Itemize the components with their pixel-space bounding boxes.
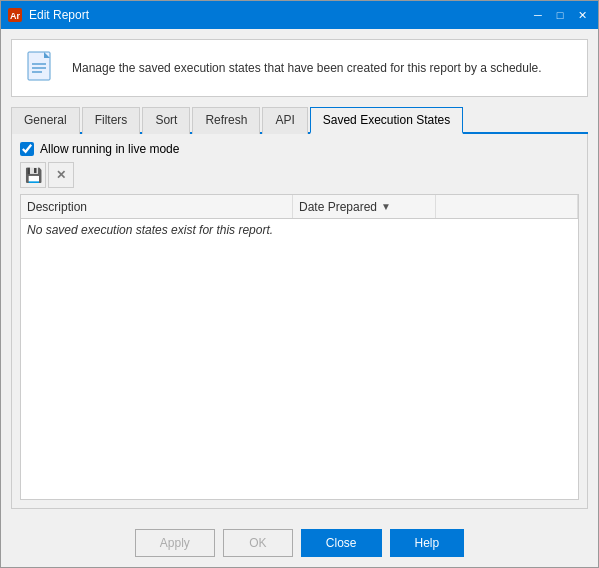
column-description: Description [21,195,293,218]
maximize-button[interactable]: □ [550,6,570,24]
save-button[interactable]: 💾 [20,162,46,188]
ok-button[interactable]: OK [223,529,293,557]
close-button[interactable]: Close [301,529,382,557]
save-icon: 💾 [25,167,42,183]
svg-text:Ar: Ar [10,11,20,21]
report-icon [22,48,62,88]
header-banner: Manage the saved execution states that h… [11,39,588,97]
close-window-button[interactable]: ✕ [572,6,592,24]
column-date-prepared[interactable]: Date Prepared ▼ [293,195,436,218]
empty-message: No saved execution states exist for this… [27,221,273,239]
tab-refresh[interactable]: Refresh [192,107,260,134]
window-title: Edit Report [29,8,528,22]
tab-general[interactable]: General [11,107,80,134]
minimize-button[interactable]: ─ [528,6,548,24]
header-description: Manage the saved execution states that h… [72,61,542,75]
tab-bar: General Filters Sort Refresh API Saved E… [11,105,588,134]
tab-api[interactable]: API [262,107,307,134]
main-window: Ar Edit Report ─ □ ✕ Manage the saved ex… [0,0,599,568]
allow-live-mode-checkbox[interactable] [20,142,34,156]
footer: Apply OK Close Help [1,519,598,567]
live-mode-row: Allow running in live mode [20,142,579,156]
app-icon: Ar [7,7,23,23]
states-table: Description Date Prepared ▼ No saved exe… [20,194,579,500]
sort-arrow-icon: ▼ [381,201,391,212]
column-extra [436,195,579,218]
window-content: Manage the saved execution states that h… [1,29,598,519]
delete-button[interactable]: ✕ [48,162,74,188]
table-body: No saved execution states exist for this… [21,219,578,499]
tab-sort[interactable]: Sort [142,107,190,134]
apply-button[interactable]: Apply [135,529,215,557]
table-header: Description Date Prepared ▼ [21,195,578,219]
tab-saved-execution-states[interactable]: Saved Execution States [310,107,463,134]
window-controls: ─ □ ✕ [528,6,592,24]
help-button[interactable]: Help [390,529,465,557]
tab-filters[interactable]: Filters [82,107,141,134]
delete-icon: ✕ [56,168,66,182]
tab-content-saved-execution-states: Allow running in live mode 💾 ✕ Descripti… [11,134,588,509]
live-mode-label: Allow running in live mode [40,142,179,156]
toolbar: 💾 ✕ [20,162,579,188]
title-bar: Ar Edit Report ─ □ ✕ [1,1,598,29]
